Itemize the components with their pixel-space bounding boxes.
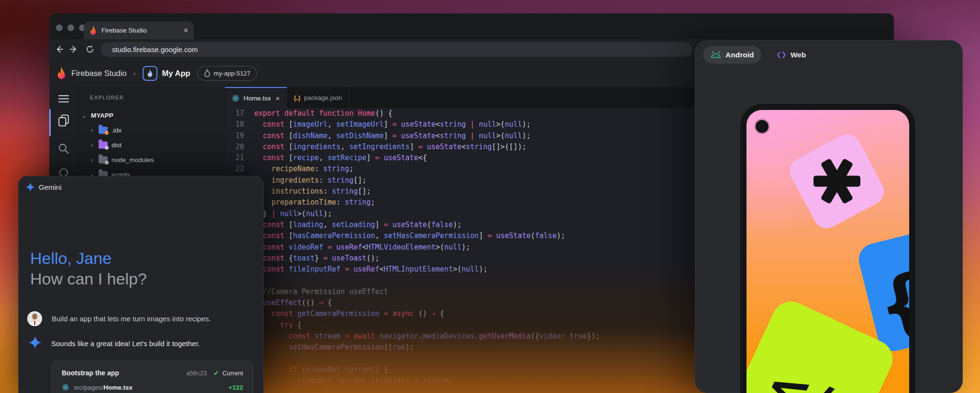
preview-panel: Android Web { </ bbox=[695, 40, 963, 393]
code-text: const [ingredients, setIngredients] = us… bbox=[254, 142, 526, 153]
project-badge-label: my-app-5127 bbox=[214, 70, 251, 77]
folder-icon bbox=[99, 142, 108, 149]
window-control-dot[interactable] bbox=[67, 24, 74, 31]
code-text: recipeName: string; bbox=[254, 164, 354, 175]
folder-tree: ›.idx›dist›node_modules›scripts bbox=[88, 123, 225, 182]
user-message-row: Build an app that lets me turn images in… bbox=[27, 311, 256, 326]
code-text: preparationTime: string; bbox=[254, 197, 375, 208]
url-text: studio.firebase.google.com bbox=[112, 45, 198, 54]
curly-brace-icon: { bbox=[869, 257, 909, 350]
line-number: 18 bbox=[225, 119, 244, 130]
user-message: Build an app that lets me turn images in… bbox=[52, 315, 211, 323]
code-text: const [imageUrl, setImageUrl] = useState… bbox=[254, 119, 531, 130]
forward-icon[interactable] bbox=[69, 45, 78, 54]
firebase-favicon-icon bbox=[89, 26, 97, 35]
line-number: 22 bbox=[225, 164, 244, 175]
user-avatar bbox=[27, 311, 42, 326]
window-control-dot[interactable] bbox=[56, 24, 63, 31]
line-number: 19 bbox=[225, 131, 244, 142]
gemini-star-icon bbox=[26, 183, 35, 192]
code-text: useEffect(() ⇒ { bbox=[254, 297, 332, 308]
code-text: if (videoRef.current) { bbox=[254, 364, 388, 375]
android-icon bbox=[711, 51, 721, 58]
code-text: const [hasCameraPermission, setHasCamera… bbox=[254, 230, 565, 241]
gemini-star-icon bbox=[29, 336, 42, 349]
explorer-root-folder[interactable]: ⌄ MYAPP bbox=[80, 108, 225, 123]
explorer-title: EXPLORER bbox=[90, 95, 124, 100]
check-icon: ✓ bbox=[213, 369, 219, 377]
code-text: } | null>(null); bbox=[254, 208, 332, 219]
folder-item-nodemodules[interactable]: ›node_modules bbox=[88, 153, 225, 167]
stage: { "browser": { "tab_title": "Firebase St… bbox=[0, 0, 980, 393]
editor-tab-home-tsx[interactable]: Home.tsx × bbox=[225, 87, 287, 108]
greeting-question: How can I help? bbox=[30, 269, 147, 289]
code-text: videoRef.current.srcObject = stream; bbox=[254, 375, 453, 386]
toggle-web[interactable]: Web bbox=[771, 46, 812, 64]
reload-icon[interactable] bbox=[86, 45, 94, 54]
tile-asterisk bbox=[785, 130, 889, 233]
gemini-panel: Gemini Hello, Jane How can I help? Build… bbox=[18, 176, 264, 393]
browser-tab[interactable]: Firebase Studio × bbox=[84, 22, 194, 39]
browser-tab-strip: Firebase Studio × bbox=[49, 13, 894, 39]
toggle-android[interactable]: Android bbox=[703, 46, 761, 64]
react-icon bbox=[232, 94, 240, 102]
folder-item-idx[interactable]: ›.idx bbox=[88, 123, 225, 138]
card-title: Bootstrap the app bbox=[62, 369, 186, 377]
folder-icon bbox=[99, 127, 108, 134]
bootstrap-card[interactable]: Bootstrap the app a56c23 ✓ Current src/p… bbox=[52, 361, 253, 393]
commit-hash: a56c23 bbox=[186, 370, 207, 377]
editor-tab-package-json[interactable]: {..} package.json bbox=[287, 87, 349, 108]
assistant-message: Sounds like a great idea! Let’s build it… bbox=[51, 339, 200, 348]
chevron-right-icon: › bbox=[88, 127, 96, 134]
breadcrumb-separator: › bbox=[134, 69, 136, 77]
asterisk-icon bbox=[813, 157, 861, 205]
tab-close-icon[interactable]: × bbox=[184, 27, 188, 34]
menu-icon[interactable] bbox=[57, 93, 70, 105]
app-icon bbox=[143, 66, 157, 81]
app-name[interactable]: My App bbox=[162, 69, 190, 78]
code-text: instructions: string[]; bbox=[254, 186, 371, 197]
firebase-logo-icon bbox=[56, 67, 67, 80]
folder-name: .idx bbox=[111, 127, 122, 134]
braces-icon: {..} bbox=[294, 94, 300, 101]
phone-screen: { </ bbox=[746, 110, 909, 393]
browser-tab-title: Firebase Studio bbox=[101, 27, 184, 34]
code-text: //Camera Permission useEffect bbox=[254, 286, 388, 297]
chevron-down-icon: ⌄ bbox=[80, 112, 88, 119]
line-number: 21 bbox=[225, 153, 244, 164]
greeting-name: Hello, Jane bbox=[30, 248, 147, 269]
changed-file-path[interactable]: src/pages/Home.tsx bbox=[74, 384, 229, 391]
code-text: const {toast} = useToast(); bbox=[254, 253, 379, 264]
code-text: const videoRef = useRef<HTMLVideoElement… bbox=[254, 242, 470, 253]
search-icon[interactable] bbox=[57, 142, 70, 155]
gemini-header: Gemini bbox=[26, 183, 62, 192]
gemini-title: Gemini bbox=[39, 183, 62, 191]
line-number: 17 bbox=[225, 108, 244, 119]
folder-item-dist[interactable]: ›dist bbox=[88, 138, 225, 153]
folder-icon bbox=[99, 156, 108, 164]
code-text: const [dishName, setDishName] = useState… bbox=[254, 131, 531, 142]
project-badge[interactable]: my-app-5127 bbox=[197, 66, 257, 81]
url-bar[interactable]: studio.firebase.google.com bbox=[100, 42, 692, 57]
active-view-indicator bbox=[49, 109, 51, 136]
line-number: 20 bbox=[225, 142, 244, 153]
back-icon[interactable] bbox=[55, 45, 64, 54]
brand-title[interactable]: Firebase Studio bbox=[71, 69, 127, 78]
tab-close-icon[interactable]: × bbox=[276, 94, 280, 102]
react-icon bbox=[62, 383, 69, 391]
chevron-right-icon: › bbox=[88, 142, 96, 149]
code-text: const [recipe, setRecipe] = useState<{ bbox=[254, 153, 427, 164]
code-text: const stream = await navigator.mediaDevi… bbox=[254, 331, 600, 342]
code-text: const [loading, setLoading] = useState(f… bbox=[254, 219, 462, 230]
diff-added-count: +122 bbox=[229, 384, 243, 391]
folder-name: dist bbox=[111, 142, 122, 149]
status-badge: Current bbox=[223, 370, 243, 377]
droplet-icon bbox=[204, 69, 211, 77]
code-text: setHasCameraPermission(true); bbox=[254, 342, 414, 353]
code-brackets-icon bbox=[777, 51, 786, 59]
chevron-right-icon: › bbox=[88, 156, 96, 164]
explorer-files-icon[interactable] bbox=[57, 114, 70, 127]
code-text: export default function Home() { bbox=[254, 108, 392, 119]
code-text: const fileInputRef = useRef<HTMLInputEle… bbox=[254, 264, 488, 275]
code-slash-icon: </ bbox=[756, 353, 839, 393]
